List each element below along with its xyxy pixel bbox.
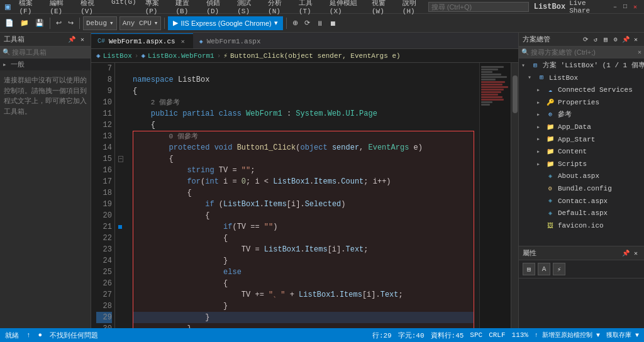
toolbar-open-btn[interactable]: 📁 (18, 16, 31, 30)
menu-git[interactable]: Git(G) (108, 0, 140, 16)
tree-app-data[interactable]: ▸ 📁 App_Data (519, 121, 644, 134)
toolbox-section-general[interactable]: ▸ 一般 (0, 58, 91, 70)
tree-content[interactable]: ▸ 📁 Content (519, 146, 644, 158)
menu-build[interactable]: 建置(B) (172, 0, 201, 16)
status-crlf[interactable]: CRLF (489, 331, 505, 339)
tab-cs-close[interactable]: ✕ (179, 38, 187, 45)
toolbox-close-btn[interactable]: ✕ (78, 35, 87, 44)
breadcrumb-sep2: › (217, 52, 221, 60)
tree-references[interactable]: ▸ ⊕ 參考 (519, 109, 644, 121)
status-git-push[interactable]: 獲取存庫 ▼ (606, 331, 639, 339)
menu-test[interactable]: 測試(S) (233, 0, 263, 16)
menu-window[interactable]: 視窗(W) (368, 0, 397, 16)
solution-close-btn[interactable]: ✕ (631, 35, 640, 44)
solution-search-clear[interactable]: ✕ (638, 48, 641, 56)
toolbar-undo-btn[interactable]: ↩ (53, 16, 64, 30)
status-spc[interactable]: SPC (470, 331, 482, 339)
tree-favicon[interactable]: ▸ 🖼 favicon.ico (519, 220, 644, 233)
solution-collapse-btn[interactable]: ▤ (601, 35, 610, 44)
status-no-problems[interactable]: 不找到任何問題 (50, 331, 98, 340)
menu-file[interactable]: 檔案(F) (15, 0, 45, 16)
tree-scripts[interactable]: ▸ 📁 Scripts (519, 158, 644, 171)
solution-refresh-btn[interactable]: ↺ (591, 35, 600, 44)
breadcrumb-listbox[interactable]: ListBox (103, 52, 132, 60)
status-git[interactable]: ↑ (26, 331, 31, 339)
properties-title: 屬性 (523, 248, 536, 258)
tree-project-listbox[interactable]: ▾ ⊞ ListBox (519, 72, 644, 85)
solution-search-input[interactable] (531, 48, 636, 56)
menu-project[interactable]: 專案(P) (142, 0, 171, 16)
tab-cs-label: WebForm1.aspx.cs (109, 38, 175, 45)
tree-properties[interactable]: ▸ 🔑 Properties (519, 97, 644, 109)
editor-scrollbar[interactable] (511, 63, 518, 328)
menu-tools[interactable]: 工具(T) (295, 0, 325, 16)
status-data[interactable]: 資料行:45 (431, 331, 464, 340)
code-editor[interactable]: 7 8 9 10 11 12 13 14 15 16 17 18 19 20 2… (91, 63, 518, 328)
menu-edit[interactable]: 編輯(E) (46, 0, 75, 16)
close-btn[interactable]: ✕ (631, 3, 639, 11)
toolbar-sep-1 (50, 18, 50, 29)
solution-settings-btn[interactable]: ⚙ (611, 35, 620, 44)
tab-webform1-cs[interactable]: C# WebForm1.aspx.cs ✕ (91, 33, 193, 48)
toolbox-search-bar[interactable]: 🔍 (0, 47, 91, 58)
tab-bar: C# WebForm1.aspx.cs ✕ ◈ WebForm1.aspx (91, 33, 518, 49)
breadcrumb-webform[interactable]: ListBox.WebForm1 (148, 52, 214, 60)
tree-default-aspx[interactable]: ▸ ◈ Default.aspx (519, 207, 644, 220)
minimize-btn[interactable]: － (611, 3, 619, 11)
menu-view[interactable]: 檢視(V) (77, 0, 106, 16)
status-row[interactable]: 行:29 (372, 331, 392, 340)
tab-cs-icon: C# (97, 38, 105, 45)
solution-pin-btn[interactable]: 📌 (621, 35, 630, 44)
toolbox-header: 工具箱 📌 ✕ (0, 33, 91, 47)
solution-sync-btn[interactable]: ⟳ (581, 35, 590, 44)
props-events-btn[interactable]: ⚡ (553, 263, 565, 275)
breadcrumb-method[interactable]: Button1_Click(object sender, EventArgs e… (230, 52, 401, 60)
toolbar-extra-1[interactable]: ⊕ (290, 16, 301, 30)
toolbar-save-btn[interactable]: 💾 (33, 16, 47, 30)
tree-about-aspx[interactable]: ▸ ◈ About.aspx (519, 170, 644, 183)
toolbar-new-btn[interactable]: 📄 (3, 16, 16, 30)
tree-connected-services[interactable]: ▸ ☁ Connected Services (519, 84, 644, 97)
tab-webform1-aspx[interactable]: ◈ WebForm1.aspx (193, 33, 267, 48)
code-line-11: public partial class WebForm1 : System.W… (133, 108, 474, 119)
status-source-control[interactable]: ↑ 新增至原始檔控制 ▼ (535, 331, 600, 339)
props-category-btn[interactable]: ⊞ (523, 263, 535, 275)
tree-solution-root[interactable]: ▾ ⊞ 方案 'ListBox' (1 / 1 個專案) (519, 60, 644, 72)
status-left: 就緒 ↑ ● 不找到任何問題 (5, 331, 98, 340)
debug-config-dropdown[interactable]: Debug ▾ (83, 16, 117, 30)
run-btn[interactable]: ▶ IIS Express (Google Chrome) ▾ (168, 16, 282, 30)
solution-search-bar[interactable]: 🔍 ✕ (519, 47, 644, 58)
status-col[interactable]: 字元:40 (398, 331, 425, 340)
status-zoom[interactable]: 113% (512, 331, 528, 339)
code-line-10: 2 個參考 (133, 97, 474, 108)
toolbar-extra-3[interactable]: ⏸ (314, 16, 326, 30)
menu-extensions[interactable]: 延伸模組(X) (326, 0, 367, 16)
code-content[interactable]: namespace ListBox { 2 個參考 public partial… (128, 63, 479, 328)
scroll-thumb[interactable] (513, 75, 518, 113)
platform-dropdown[interactable]: Any CPU ▾ (119, 16, 162, 30)
menu-help[interactable]: 說明(H) (399, 0, 428, 16)
breadcrumb-bar: ◈ ListBox › ◈ ListBox.WebForm1 › ⚡ Butto… (91, 49, 518, 63)
props-alpha-btn[interactable]: A (538, 263, 550, 275)
right-panel: 方案總管 ⟳ ↺ ▤ ⚙ 📌 ✕ 🔍 ✕ ▾ ⊞ (518, 33, 644, 328)
toolbox-pin-btn[interactable]: 📌 (67, 35, 76, 44)
props-close-btn[interactable]: ✕ (631, 249, 640, 258)
toolbar-extra-4[interactable]: ⏹ (327, 16, 339, 30)
live-share-btn[interactable]: Live Share (565, 0, 609, 14)
about-aspx-label: About.aspx (558, 171, 599, 182)
menu-debug[interactable]: 偵錯(D) (203, 0, 232, 16)
menu-analyze[interactable]: 分析(N) (264, 0, 294, 16)
tree-app-start[interactable]: ▸ 📁 App_Start (519, 134, 644, 146)
breadcrumb-part1[interactable]: ◈ (96, 52, 101, 60)
collapse-btn-1[interactable]: − (118, 156, 123, 162)
toolbar-sep-3 (164, 18, 165, 29)
toolbar-redo-btn[interactable]: ↪ (65, 16, 76, 30)
tree-bundle-config[interactable]: ▸ ⚙ Bundle.config (519, 183, 644, 196)
maximize-btn[interactable]: □ (621, 3, 629, 11)
toolbar-extra-2[interactable]: ⟳ (302, 16, 313, 30)
props-pin-btn[interactable]: 📌 (621, 249, 630, 258)
title-bar: ▣ 檔案(F) 編輯(E) 檢視(V) Git(G) 專案(P) 建置(B) 偵… (0, 0, 644, 14)
global-search[interactable] (428, 2, 529, 12)
tree-contact-aspx[interactable]: ▸ ◈ Contact.aspx (519, 196, 644, 208)
toolbox-search-input[interactable] (12, 48, 88, 56)
